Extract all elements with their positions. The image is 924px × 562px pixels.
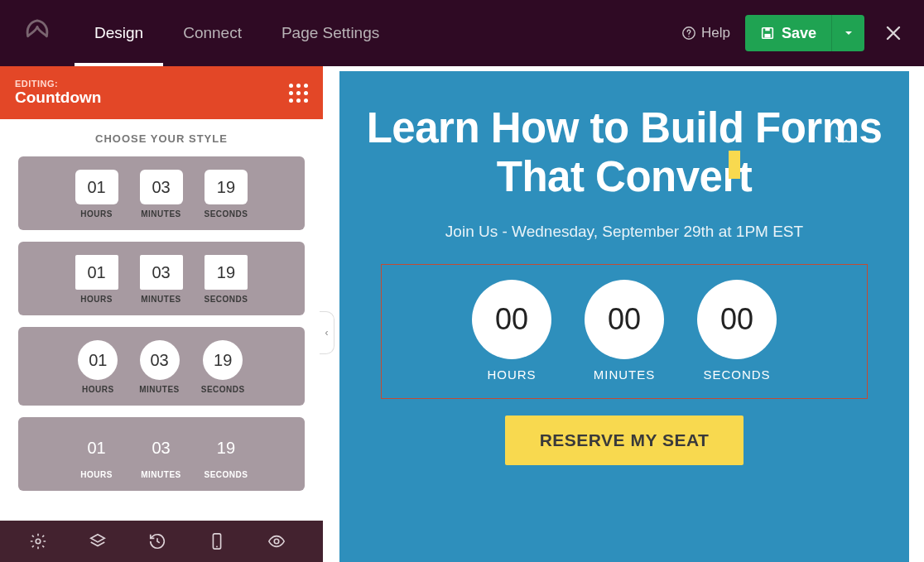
cta-label: RESERVE MY SEAT xyxy=(540,430,710,449)
preview-button[interactable] xyxy=(247,521,306,562)
svg-point-4 xyxy=(36,539,41,544)
tab-label: Page Settings xyxy=(282,24,379,42)
cta-button[interactable]: RESERVE MY SEAT xyxy=(505,415,744,465)
hero-title[interactable]: Learn How to Build Forms That Convert xyxy=(364,104,884,201)
seconds-value: 19 xyxy=(205,430,248,465)
countdown-minutes-label: MINUTES xyxy=(594,367,656,382)
minutes-value: 03 xyxy=(140,170,183,204)
close-icon xyxy=(884,24,902,42)
bird-decoration-icon xyxy=(835,134,858,149)
main-tabs: Design Connect Page Settings xyxy=(75,0,399,66)
seconds-value: 19 xyxy=(203,340,243,380)
style-option-3[interactable]: 01HOURS 03MINUTES 19SECONDS xyxy=(18,327,305,406)
hours-label: HOURS xyxy=(80,470,113,479)
hours-value: 01 xyxy=(75,170,118,204)
seconds-label: SECONDS xyxy=(205,295,248,304)
layers-icon xyxy=(89,532,107,550)
save-dropdown-button[interactable] xyxy=(831,15,864,51)
countdown-minutes-value: 00 xyxy=(585,280,664,359)
text-cursor-marker xyxy=(729,151,740,179)
svg-point-7 xyxy=(274,539,279,544)
canvas-viewport[interactable]: Learn How to Build Forms That Convert Jo… xyxy=(323,66,924,562)
tab-connect[interactable]: Connect xyxy=(163,0,262,66)
seconds-label: SECONDS xyxy=(201,385,245,394)
minutes-label: MINUTES xyxy=(141,295,181,304)
seconds-label: SECONDS xyxy=(205,209,248,219)
close-button[interactable] xyxy=(879,19,907,47)
svg-point-1 xyxy=(688,36,689,36)
save-button[interactable]: Save xyxy=(745,15,831,51)
hours-value: 01 xyxy=(75,255,118,290)
hours-label: HOURS xyxy=(80,209,113,219)
settings-button[interactable] xyxy=(8,521,68,562)
style-heading: CHOOSE YOUR STYLE xyxy=(0,119,323,156)
countdown-hours-label: HOURS xyxy=(487,367,536,382)
style-option-4[interactable]: 01HOURS 03MINUTES 19SECONDS xyxy=(18,417,305,491)
countdown-widget[interactable]: 00 HOURS 00 MINUTES 00 SECONDS xyxy=(381,264,868,399)
save-button-group: Save xyxy=(745,15,864,51)
countdown-seconds-label: SECONDS xyxy=(703,367,770,382)
seconds-value: 19 xyxy=(205,170,248,204)
save-icon xyxy=(760,26,775,41)
drag-handle-icon[interactable] xyxy=(289,84,308,103)
topbar-right: Help Save xyxy=(681,15,924,51)
main-area: EDITING: Countdown CHOOSE YOUR STYLE 01H… xyxy=(0,66,924,562)
hours-value: 01 xyxy=(75,430,118,465)
tab-design[interactable]: Design xyxy=(75,0,163,66)
chevron-left-icon: ‹ xyxy=(325,327,329,339)
layers-button[interactable] xyxy=(68,521,128,562)
style-option-1[interactable]: 01HOURS 03MINUTES 19SECONDS xyxy=(18,156,305,230)
device-button[interactable] xyxy=(187,521,247,562)
svg-rect-3 xyxy=(764,34,770,38)
hero-subtitle[interactable]: Join Us - Wednesday, September 29th at 1… xyxy=(364,223,884,241)
editing-title: Countdown xyxy=(15,89,101,107)
help-icon xyxy=(681,26,696,41)
editing-header: EDITING: Countdown xyxy=(0,66,323,119)
countdown-hours-value: 00 xyxy=(472,280,551,359)
history-button[interactable] xyxy=(128,521,187,562)
seconds-value: 19 xyxy=(205,255,248,290)
sidebar: EDITING: Countdown CHOOSE YOUR STYLE 01H… xyxy=(0,66,323,562)
style-option-2[interactable]: 01HOURS 03MINUTES 19SECONDS xyxy=(18,242,305,315)
hours-value: 01 xyxy=(78,340,118,380)
gear-icon xyxy=(29,532,47,550)
sidebar-collapse-handle[interactable]: ‹ xyxy=(320,311,334,354)
sidebar-bottombar xyxy=(0,521,323,562)
hours-label: HOURS xyxy=(80,295,113,304)
tab-label: Design xyxy=(94,24,143,42)
eye-icon xyxy=(267,532,286,550)
minutes-label: MINUTES xyxy=(141,470,181,479)
tab-label: Connect xyxy=(183,24,242,42)
minutes-label: MINUTES xyxy=(141,209,181,219)
history-icon xyxy=(148,532,166,550)
minutes-value: 03 xyxy=(140,430,183,465)
tab-page-settings[interactable]: Page Settings xyxy=(262,0,399,66)
save-label: Save xyxy=(782,25,816,42)
minutes-value: 03 xyxy=(140,340,180,380)
topbar: Design Connect Page Settings Help Save xyxy=(0,0,924,66)
help-label: Help xyxy=(701,25,730,41)
countdown-seconds-value: 00 xyxy=(697,280,777,359)
seconds-label: SECONDS xyxy=(205,470,248,479)
minutes-value: 03 xyxy=(140,255,183,290)
app-logo xyxy=(0,17,75,49)
minutes-label: MINUTES xyxy=(139,385,180,394)
caret-down-icon xyxy=(844,28,854,38)
mobile-icon xyxy=(209,532,225,550)
svg-point-6 xyxy=(216,546,218,548)
help-link[interactable]: Help xyxy=(681,25,730,41)
style-list: 01HOURS 03MINUTES 19SECONDS 01HOURS 03MI… xyxy=(0,156,323,521)
editing-label: EDITING: xyxy=(15,79,101,89)
hours-label: HOURS xyxy=(82,385,114,394)
page-canvas[interactable]: Learn How to Build Forms That Convert Jo… xyxy=(339,71,909,562)
